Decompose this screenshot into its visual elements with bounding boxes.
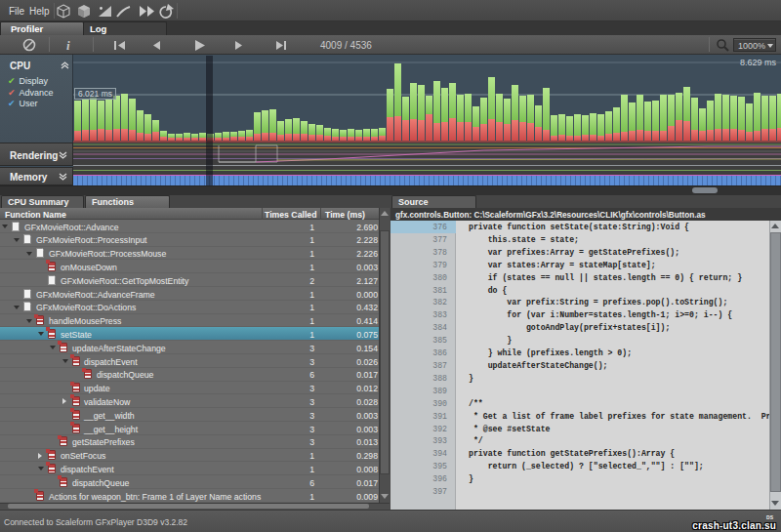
svg-text:i: i xyxy=(66,38,70,53)
